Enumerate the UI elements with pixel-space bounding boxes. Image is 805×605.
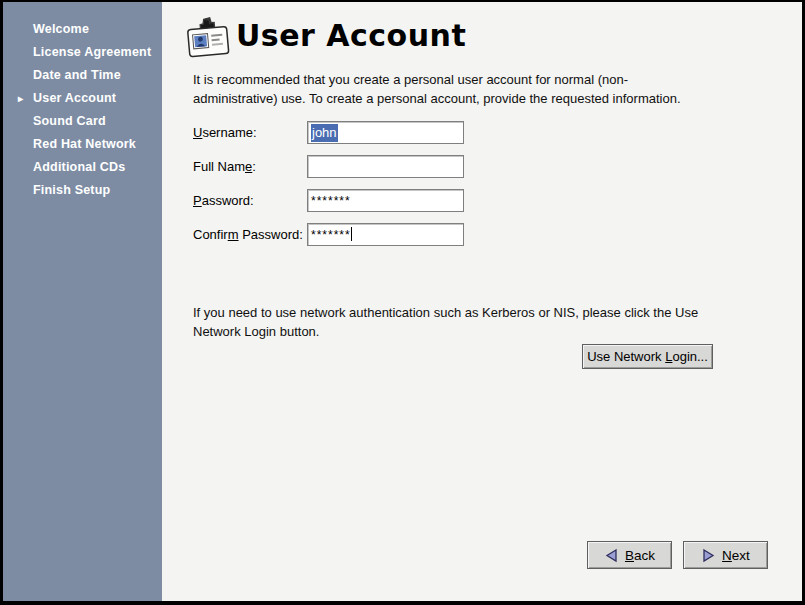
- back-label: Back: [625, 548, 655, 563]
- full-name-label: Full Name:: [193, 159, 256, 174]
- text-caret: [351, 227, 352, 241]
- left-arrow-icon: [604, 548, 619, 563]
- next-button[interactable]: Next: [683, 541, 768, 569]
- sidebar-item-date-and-time[interactable]: Date and Time: [3, 64, 162, 87]
- use-network-login-label: Use Network Login...: [587, 349, 708, 364]
- confirm-password-label: Confirm Password:: [193, 227, 303, 242]
- sidebar-item-sound-card[interactable]: Sound Card: [3, 110, 162, 133]
- page-title: User Account: [236, 18, 466, 53]
- sidebar-item-label: Finish Setup: [33, 183, 110, 197]
- sidebar-item-label: Additional CDs: [33, 160, 125, 174]
- sidebar-item-label: Welcome: [33, 22, 89, 36]
- selected-text: john: [311, 124, 338, 142]
- sidebar-item-label: Red Hat Network: [33, 137, 136, 151]
- active-step-arrow-icon: ▸: [18, 87, 23, 110]
- username-row: Username: john: [193, 121, 257, 144]
- username-label: Username:: [193, 125, 257, 140]
- sidebar-item-red-hat-network[interactable]: Red Hat Network: [3, 133, 162, 156]
- network-auth-text: If you need to use network authenticatio…: [193, 303, 713, 341]
- password-input[interactable]: *******: [307, 189, 464, 212]
- sidebar-item-label: License Agreement: [33, 45, 151, 59]
- sidebar-item-license-agreement[interactable]: License Agreement: [3, 41, 162, 64]
- full-name-row: Full Name:: [193, 155, 256, 178]
- back-button[interactable]: Back: [587, 541, 672, 569]
- sidebar-item-finish-setup[interactable]: Finish Setup: [3, 179, 162, 202]
- sidebar-item-label: User Account: [33, 91, 116, 105]
- setup-agent-window: Welcome License Agreement Date and Time …: [3, 2, 802, 601]
- use-network-login-button[interactable]: Use Network Login...: [582, 344, 713, 369]
- sidebar-item-label: Sound Card: [33, 114, 106, 128]
- full-name-input[interactable]: [307, 155, 464, 178]
- screen: { "colors": { "sidebar_bg": "#7d8ca3", "…: [0, 0, 805, 605]
- id-badge-icon: [186, 15, 232, 71]
- confirm-password-input[interactable]: *******: [307, 223, 464, 246]
- password-label: Password:: [193, 193, 254, 208]
- sidebar-item-user-account[interactable]: ▸ User Account: [3, 87, 162, 110]
- sidebar-item-label: Date and Time: [33, 68, 121, 82]
- content-panel: User Account It is recommended that you …: [162, 2, 802, 601]
- right-arrow-icon: [701, 548, 716, 563]
- sidebar: Welcome License Agreement Date and Time …: [3, 2, 162, 601]
- password-row: Password: *******: [193, 189, 254, 212]
- next-label: Next: [722, 548, 750, 563]
- sidebar-item-additional-cds[interactable]: Additional CDs: [3, 156, 162, 179]
- intro-text: It is recommended that you create a pers…: [193, 70, 705, 108]
- username-input[interactable]: john: [307, 121, 464, 144]
- confirm-password-row: Confirm Password: *******: [193, 223, 303, 246]
- sidebar-item-welcome[interactable]: Welcome: [3, 18, 162, 41]
